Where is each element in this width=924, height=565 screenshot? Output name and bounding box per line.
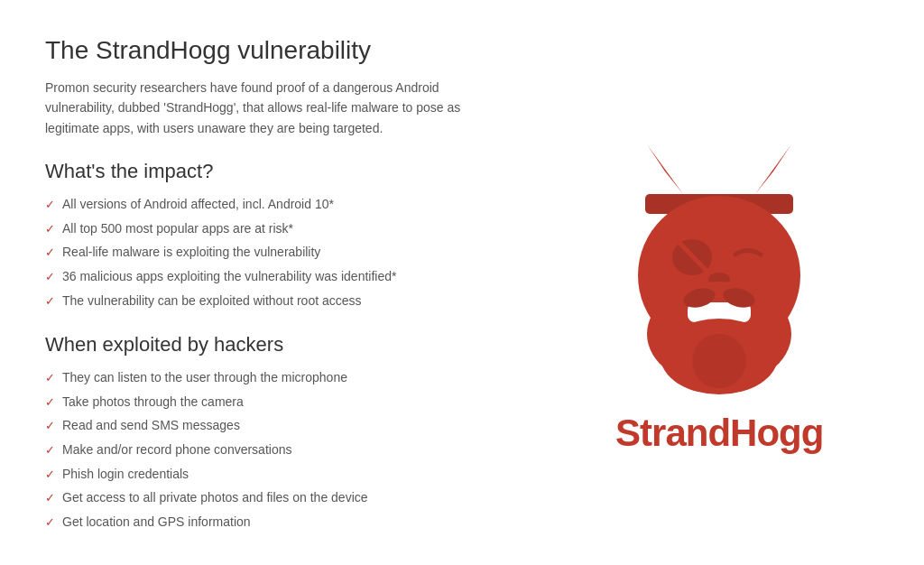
check-icon: ✓ bbox=[45, 245, 55, 261]
list-item: ✓Get location and GPS information bbox=[45, 514, 523, 532]
svg-marker-0 bbox=[647, 144, 683, 194]
list-item-text: Phish login credentials bbox=[62, 466, 189, 484]
list-item: ✓All versions of Android affected, incl.… bbox=[45, 196, 523, 214]
left-column: The StrandHogg vulnerability Promon secu… bbox=[45, 36, 541, 554]
list-item: ✓Read and send SMS messages bbox=[45, 417, 523, 435]
main-title: The StrandHogg vulnerability bbox=[45, 36, 523, 65]
svg-marker-1 bbox=[755, 144, 791, 194]
check-icon: ✓ bbox=[45, 514, 55, 531]
list-item-text: Read and send SMS messages bbox=[62, 417, 240, 435]
svg-point-12 bbox=[692, 334, 746, 388]
check-icon: ✓ bbox=[45, 370, 55, 386]
hackers-heading: When exploited by hackers bbox=[45, 333, 523, 357]
check-icon: ✓ bbox=[45, 269, 55, 285]
check-icon: ✓ bbox=[45, 221, 55, 237]
list-item: ✓36 malicious apps exploiting the vulner… bbox=[45, 268, 523, 286]
list-item-text: Make and/or record phone conversations bbox=[62, 441, 291, 459]
list-item-text: 36 malicious apps exploiting the vulnera… bbox=[62, 268, 396, 286]
check-icon: ✓ bbox=[45, 490, 55, 506]
list-item-text: Get location and GPS information bbox=[62, 514, 251, 532]
list-item: ✓They can listen to the user through the… bbox=[45, 369, 523, 387]
list-item: ✓Phish login credentials bbox=[45, 466, 523, 484]
impact-heading: What's the impact? bbox=[45, 160, 523, 183]
list-item: ✓Make and/or record phone conversations bbox=[45, 441, 523, 459]
check-icon: ✓ bbox=[45, 467, 55, 483]
check-icon: ✓ bbox=[45, 197, 55, 213]
check-icon: ✓ bbox=[45, 418, 55, 434]
devil-logo: StrandHogg bbox=[602, 144, 836, 455]
list-item-text: Real-life malware is exploiting the vuln… bbox=[62, 244, 320, 262]
main-card: The StrandHogg vulnerability Promon secu… bbox=[0, 0, 924, 565]
list-item: ✓Take photos through the camera bbox=[45, 394, 523, 412]
impact-list: ✓All versions of Android affected, incl.… bbox=[45, 196, 523, 310]
list-item-text: All versions of Android affected, incl. … bbox=[62, 196, 334, 214]
list-item: ✓Real-life malware is exploiting the vul… bbox=[45, 244, 523, 262]
list-item: ✓All top 500 most popular apps are at ri… bbox=[45, 220, 523, 238]
list-item-text: Take photos through the camera bbox=[62, 394, 244, 412]
check-icon: ✓ bbox=[45, 442, 55, 458]
intro-text: Promon security researchers have found p… bbox=[45, 78, 478, 138]
check-icon: ✓ bbox=[45, 394, 55, 411]
devil-icon bbox=[602, 144, 836, 397]
list-item: ✓The vulnerability can be exploited with… bbox=[45, 292, 523, 310]
hackers-list: ✓They can listen to the user through the… bbox=[45, 369, 523, 531]
right-column: StrandHogg bbox=[559, 36, 879, 554]
list-item: ✓Get access to all private photos and fi… bbox=[45, 489, 523, 507]
list-item-text: All top 500 most popular apps are at ris… bbox=[62, 220, 293, 238]
brand-name: StrandHogg bbox=[615, 412, 823, 455]
check-icon: ✓ bbox=[45, 293, 55, 310]
list-item-text: The vulnerability can be exploited witho… bbox=[62, 292, 362, 310]
list-item-text: They can listen to the user through the … bbox=[62, 369, 347, 387]
list-item-text: Get access to all private photos and fil… bbox=[62, 489, 368, 507]
